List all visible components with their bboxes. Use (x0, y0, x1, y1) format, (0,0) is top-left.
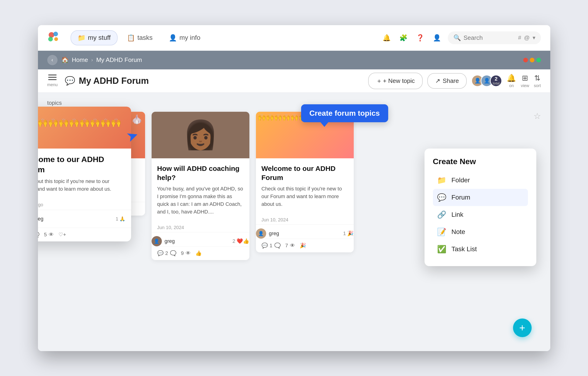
back-button[interactable]: ‹ (47, 55, 58, 65)
forum-card-2[interactable]: 👩🏾 How will ADHD coaching help? You're b… (152, 112, 249, 260)
forum-title-area: 💬 My ADHD Forum (65, 76, 149, 86)
tab-label: tasks (137, 34, 153, 42)
person-silhouette: 👩🏾 (152, 112, 249, 158)
new-topic-button[interactable]: ＋ + New topic (368, 73, 423, 89)
search-icon: 🔍 (453, 34, 461, 42)
tooltip-bubble: Create forum topics (301, 104, 388, 122)
forum-icon: 💬 (437, 193, 447, 202)
dot-orange (530, 58, 535, 63)
expanded-views: 5 👁 (44, 232, 54, 238)
tab-tasks[interactable]: 📋 tasks (120, 30, 159, 45)
topics-label: topics (47, 100, 541, 106)
main-content: topics Create forum topics ➤ 🥗🥕🌽🥦🍅🥑🧅🧄🫑🍓🍋… (38, 93, 550, 351)
stat-views-3: 7 👁 (285, 243, 295, 249)
expanded-card-meta: 👤 greg 1 🙏 (38, 210, 131, 228)
stat-likes-2: 👍 (195, 250, 202, 256)
notifications-toggle[interactable]: 🔔 on (507, 73, 516, 88)
task-list-icon: ✅ (437, 245, 447, 253)
home-icon: 🏠 (61, 56, 69, 63)
share-label: Share (443, 77, 459, 84)
nav-right: 🔔 🧩 ❓ 👤 🔍 # @ ▾ (381, 31, 541, 44)
chat-icon: 🗨️ (38, 232, 39, 238)
card-body-2: How will ADHD coaching help? You're busy… (152, 158, 249, 225)
card-title-3: Welcome to our ADHD Forum (262, 164, 348, 182)
bell-icon[interactable]: 🔔 (381, 32, 393, 44)
expanded-card-date: 27 min ago (38, 202, 131, 210)
nav-tabs: 📁 my stuff 📋 tasks 👤 my info (71, 30, 208, 45)
dot-green (536, 58, 541, 63)
create-forum-item[interactable]: 💬 Forum (433, 189, 528, 206)
card-avatar-2: 👤 (152, 236, 162, 246)
view-count-2: 9 (181, 250, 184, 256)
expanded-stats: 💬 1 🗨️ 5 👁 ♡+ (38, 228, 131, 241)
eye-icon: 👁 (186, 250, 191, 256)
tasks-icon: 📋 (127, 34, 135, 42)
create-new-title: Create New (433, 157, 528, 166)
card-image-2: 👩🏾 (152, 112, 249, 158)
forum-title: My ADHD Forum (79, 76, 149, 86)
search-input[interactable] (464, 34, 515, 42)
share-icon: ↗ (435, 77, 440, 84)
forum-card-3[interactable]: 🙌🙌🙌🙌🙌🙌🙌🙌🙌🙌 Welcome to our ADHD Forum Che… (256, 112, 354, 252)
chat-bubble-icon: 🗨️ (170, 250, 176, 256)
sort-toggle[interactable]: ⇅ sort (534, 73, 541, 88)
card-excerpt-3: Check out this topic if you're new to ou… (262, 185, 348, 208)
expanded-view-count: 5 (44, 232, 47, 238)
breadcrumb-home[interactable]: Home (72, 56, 88, 63)
card-date-3: Jun 10, 2024 (256, 217, 354, 224)
tab-label: my info (179, 34, 200, 42)
svg-point-3 (54, 37, 58, 41)
task-list-label: Task List (452, 245, 477, 253)
card-reactions-3: 1 🎉 (343, 230, 354, 237)
sort-label: sort (534, 83, 541, 88)
breadcrumb: 🏠 Home › My ADHD Forum (61, 56, 142, 63)
view-icon: ⊞ (522, 73, 528, 83)
search-bar[interactable]: 🔍 # @ ▾ (448, 31, 541, 44)
forum-chat-icon: 💬 (65, 76, 75, 86)
tooltip-text: Create forum topics (309, 109, 380, 117)
tab-my-stuff[interactable]: 📁 my stuff (71, 30, 118, 45)
bell-icon: 🔔 (507, 73, 516, 83)
puzzle-icon[interactable]: 🧩 (398, 32, 410, 44)
forum-header: menu 💬 My ADHD Forum ＋ + New topic ↗ Sha… (38, 69, 550, 93)
expanded-card-image: 🙌🙌🙌🙌🙌🙌🙌🙌🙌🙌🙌🙌 (38, 107, 131, 148)
bookmark-icon[interactable]: ☆ (534, 111, 541, 121)
card-expanded[interactable]: 🙌🙌🙌🙌🙌🙌🙌🙌🙌🙌🙌🙌 Welcome to our ADHD Forum C… (38, 107, 131, 241)
dot-red (523, 58, 528, 63)
create-task-list-item[interactable]: ✅ Task List (433, 240, 528, 258)
logo (47, 31, 61, 45)
card-meta-3: 👤 greg 1 🎉 (256, 224, 354, 239)
share-button[interactable]: ↗ Share (427, 73, 467, 89)
card-author-3: greg (269, 230, 279, 237)
card-excerpt-2: You're busy, and you've got ADHD, so I p… (157, 185, 244, 216)
create-new-panel: Create New 📁 Folder 💬 Forum 🔗 Link 📝 Not… (425, 148, 536, 266)
menu-button[interactable]: menu (47, 74, 58, 87)
folder-label: Folder (452, 177, 470, 184)
comment-icon: 💬 (262, 243, 268, 249)
eye-icon-3: 👁 (290, 243, 295, 249)
menu-line (48, 74, 57, 75)
member-count-label: total (493, 82, 500, 85)
create-note-item[interactable]: 📝 Note (433, 223, 528, 240)
link-icon: 🔗 (437, 210, 447, 219)
breadcrumb-current: My ADHD Forum (96, 56, 142, 63)
tab-my-info[interactable]: 👤 my info (162, 30, 207, 45)
help-icon[interactable]: ❓ (414, 32, 426, 44)
add-user-icon[interactable]: 👤 (431, 32, 443, 44)
chat-icon: 🗨️ (274, 243, 281, 249)
create-folder-item[interactable]: 📁 Folder (433, 172, 528, 189)
at-icon: @ (524, 34, 530, 41)
sort-icon: ⇅ (534, 73, 540, 83)
expanded-comments: 💬 1 🗨️ (38, 232, 39, 238)
fab-button[interactable]: + (513, 318, 532, 337)
view-toggle[interactable]: ⊞ view (521, 73, 529, 88)
party-icon: 🎉 (300, 243, 306, 249)
top-nav: 📁 my stuff 📋 tasks 👤 my info 🔔 🧩 ❓ 👤 🔍 #… (38, 25, 550, 51)
member-count: 2 (495, 76, 497, 82)
tab-label: my stuff (88, 34, 111, 42)
user-icon: 👤 (169, 34, 177, 42)
stat-comments-2: 💬 2 🗨️ (157, 250, 176, 256)
chevron-down-icon[interactable]: ▾ (533, 34, 535, 41)
thumbs-up-icon: 👍 (195, 250, 202, 256)
create-link-item[interactable]: 🔗 Link (433, 206, 528, 223)
